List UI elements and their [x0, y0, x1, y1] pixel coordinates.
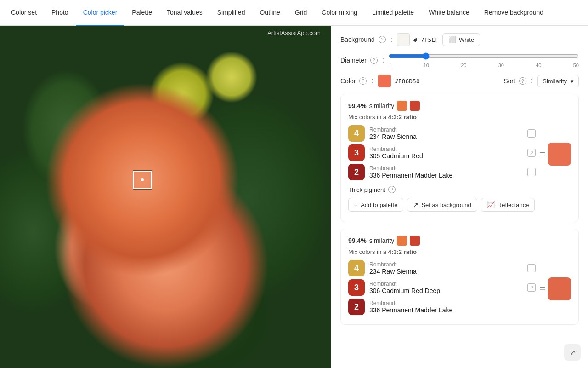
- action-label-reflectance: Reflectance: [498, 201, 529, 208]
- paint-name-0-2: 336 Permanent Madder Lake: [369, 172, 523, 179]
- paint-check-0-2[interactable]: [527, 168, 536, 176]
- paint-check-x-1-1[interactable]: ↗: [527, 283, 536, 292]
- diameter-label: Diameter: [340, 57, 367, 64]
- ratio-row-0: Mix colors in a 4:3:2 ratio: [348, 114, 571, 121]
- nav-item-color-mixing[interactable]: Color mixing: [314, 0, 365, 26]
- nav-item-color-set[interactable]: Color set: [4, 0, 44, 26]
- ratio-bold-0: 4:3:2 ratio: [388, 114, 417, 121]
- equals-sign-1: =: [539, 283, 545, 295]
- equals-result-1: =: [539, 277, 571, 300]
- nav-item-tonal-values[interactable]: Tonal values: [159, 0, 210, 26]
- action-icon-add-palette: +: [354, 201, 358, 208]
- nav-item-photo[interactable]: Photo: [44, 0, 76, 26]
- nav-item-limited-palette[interactable]: Limited palette: [365, 0, 421, 26]
- paint-info-0-1: Rembrandt 305 Cadmium Red: [369, 146, 523, 160]
- paint-badge-1-2: 2: [348, 299, 365, 315]
- paints-result-1: 4 Rembrandt 234 Raw Sienna 3 Rembrandt 3…: [348, 260, 571, 318]
- paint-brand-1-2: Rembrandt: [369, 300, 536, 306]
- sim-swatch2-1: [410, 236, 420, 246]
- nav-item-color-picker[interactable]: Color picker: [76, 0, 125, 26]
- paint-row-0-2: 2 Rembrandt 336 Permanent Madder Lake: [348, 164, 536, 180]
- paint-check-x-0-1[interactable]: ↗: [527, 149, 536, 157]
- action-set-background-0[interactable]: ↗ Set as background: [407, 198, 477, 212]
- paint-brand-1-0: Rembrandt: [369, 261, 523, 268]
- thick-row-0: Thick pigment ?: [348, 186, 571, 193]
- result-swatch-1[interactable]: [548, 277, 571, 300]
- paint-badge-0-2: 2: [348, 164, 365, 180]
- sort-help-icon[interactable]: ?: [519, 77, 526, 85]
- action-row-0: + Add to palette ↗ Set as background 📈 R…: [348, 198, 571, 212]
- paint-name-1-1: 306 Cadmium Red Deep: [369, 287, 523, 294]
- color-help-icon[interactable]: ?: [359, 77, 367, 85]
- main-area: Background ? : #F7F5EF ⬜ White Diameter …: [0, 26, 588, 368]
- ratio-bold-1: 4:3:2 ratio: [388, 248, 417, 255]
- paint-check-0-0[interactable]: [527, 129, 536, 138]
- sort-value: Similarity: [543, 78, 567, 85]
- background-white-label: White: [459, 36, 474, 43]
- diameter-help-icon[interactable]: ?: [370, 57, 378, 64]
- thick-help-icon-0[interactable]: ?: [388, 186, 396, 193]
- action-icon-reflectance: 📈: [487, 201, 495, 208]
- background-white-button[interactable]: ⬜ White: [442, 33, 480, 46]
- nav-item-simplified[interactable]: Simplified: [210, 0, 253, 26]
- paint-name-1-2: 336 Permanent Madder Lake: [369, 306, 536, 314]
- color-sort-row: Color ? : #F06D50 Sort ? : Similarity ▾: [340, 75, 579, 87]
- paint-info-1-0: Rembrandt 234 Raw Sienna: [369, 261, 523, 275]
- sort-label: Sort: [503, 77, 515, 85]
- action-reflectance-0[interactable]: 📈 Reflectance: [481, 198, 535, 212]
- nav-item-remove-background[interactable]: Remove background: [477, 0, 551, 26]
- flower-image[interactable]: [0, 26, 331, 368]
- diameter-slider[interactable]: [389, 52, 579, 60]
- paint-badge-0-1: 3: [348, 144, 365, 161]
- background-color-value: #F7F5EF: [413, 36, 439, 43]
- paints-list-1: 4 Rembrandt 234 Raw Sienna 3 Rembrandt 3…: [348, 260, 536, 318]
- results-container: 99.4% similarity Mix colors in a 4:3:2 r…: [340, 94, 579, 325]
- paint-row-1-2: 2 Rembrandt 336 Permanent Madder Lake: [348, 299, 536, 315]
- paint-info-0-2: Rembrandt 336 Permanent Madder Lake: [369, 165, 523, 179]
- paint-badge-1-0: 4: [348, 260, 365, 276]
- sort-dropdown[interactable]: Similarity ▾: [537, 75, 579, 87]
- slider-labels: 1 10 20 30 40 50: [389, 63, 579, 68]
- equals-sign-0: =: [539, 148, 545, 160]
- similarity-pct-0: 99.4%: [348, 102, 367, 109]
- nav-item-white-balance[interactable]: White balance: [421, 0, 477, 26]
- thick-label-0: Thick pigment: [348, 186, 385, 193]
- result-card-0: 99.4% similarity Mix colors in a 4:3:2 r…: [340, 94, 579, 222]
- color-swatch[interactable]: [378, 75, 391, 87]
- sort-chevron-icon: ▾: [571, 78, 574, 85]
- background-control-row: Background ? : #F7F5EF ⬜ White: [340, 33, 579, 46]
- paint-info-1-1: Rembrandt 306 Cadmium Red Deep: [369, 281, 523, 294]
- sim-swatch1-1: [397, 236, 407, 246]
- selector-box[interactable]: [133, 171, 152, 189]
- color-label: Color: [340, 77, 356, 85]
- similarity-label-1: similarity: [369, 237, 394, 244]
- right-panel: Background ? : #F7F5EF ⬜ White Diameter …: [331, 26, 588, 368]
- background-white-icon: ⬜: [448, 36, 456, 43]
- sim-swatch2-0: [410, 101, 420, 111]
- paint-check-1-0[interactable]: [527, 264, 536, 272]
- nav-item-grid[interactable]: Grid: [288, 0, 314, 26]
- action-add-palette-0[interactable]: + Add to palette: [348, 198, 403, 212]
- equals-result-0: =: [539, 143, 571, 166]
- paint-row-0-0: 4 Rembrandt 234 Raw Sienna: [348, 125, 536, 142]
- paints-list-0: 4 Rembrandt 234 Raw Sienna 3 Rembrandt 3…: [348, 125, 536, 183]
- background-color-swatch[interactable]: [397, 33, 410, 46]
- paint-row-1-1: 3 Rembrandt 306 Cadmium Red Deep ↗: [348, 279, 536, 296]
- background-help-icon[interactable]: ?: [379, 36, 386, 43]
- background-label: Background: [340, 36, 375, 43]
- action-icon-set-background: ↗: [413, 201, 418, 208]
- selector-dot: [141, 178, 144, 181]
- image-panel[interactable]: [0, 26, 331, 368]
- paint-name-0-1: 305 Cadmium Red: [369, 152, 523, 160]
- ratio-row-1: Mix colors in a 4:3:2 ratio: [348, 248, 571, 255]
- result-swatch-0[interactable]: [548, 143, 571, 166]
- similarity-row-1: 99.4% similarity: [348, 236, 571, 246]
- similarity-label-0: similarity: [369, 102, 394, 109]
- nav-item-outline[interactable]: Outline: [252, 0, 287, 26]
- nav-item-palette[interactable]: Palette: [124, 0, 159, 26]
- nav-bar: Color setPhotoColor pickerPaletteTonal v…: [0, 0, 588, 26]
- result-card-1: 99.4% similarity Mix colors in a 4:3:2 r…: [340, 229, 579, 325]
- expand-button[interactable]: ⤢: [564, 344, 581, 361]
- sim-swatch1-0: [397, 101, 407, 111]
- paint-info-1-2: Rembrandt 336 Permanent Madder Lake: [369, 300, 536, 314]
